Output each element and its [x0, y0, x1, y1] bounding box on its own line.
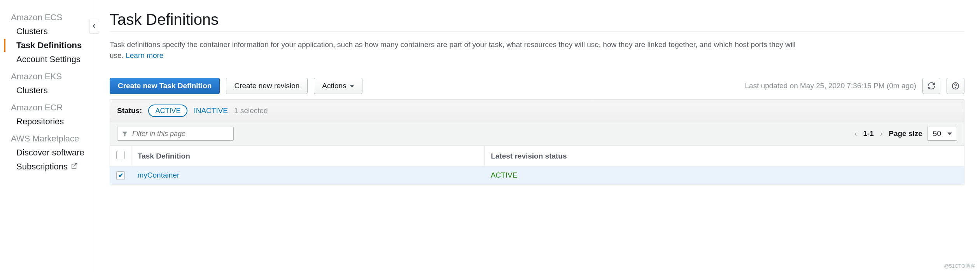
- page-divider: [110, 31, 964, 32]
- refresh-button[interactable]: [922, 78, 940, 94]
- pagination: ‹ 1-1 › Page size 50: [853, 127, 957, 141]
- learn-more-link[interactable]: Learn more: [126, 51, 163, 59]
- sidebar-item-ecs-clusters[interactable]: Clusters: [11, 25, 94, 38]
- page-description-text: Task definitions specify the container i…: [110, 40, 796, 59]
- svg-point-1: [955, 87, 956, 88]
- col-latest-revision-status[interactable]: Latest revision status: [485, 146, 964, 166]
- select-all-checkbox[interactable]: [116, 151, 125, 159]
- status-inactive-link[interactable]: INACTIVE: [194, 106, 228, 115]
- page-size-value: 50: [933, 129, 941, 138]
- help-icon: [951, 82, 960, 90]
- sidebar-item-task-definitions[interactable]: Task Definitions: [4, 39, 94, 52]
- sidebar: Amazon ECS Clusters Task Definitions Acc…: [0, 0, 94, 272]
- sidebar-item-account-settings[interactable]: Account Settings: [11, 53, 94, 66]
- sidebar-item-label: Task Definitions: [16, 40, 82, 51]
- external-link-icon: [71, 162, 78, 172]
- refresh-icon: [927, 82, 936, 90]
- page-size-label: Page size: [889, 129, 922, 138]
- page-size-select[interactable]: 50: [927, 127, 957, 141]
- status-label: Status:: [117, 106, 142, 115]
- filter-input[interactable]: [131, 129, 229, 138]
- watermark: @51CTO博客: [944, 263, 975, 270]
- sidebar-item-discover-software[interactable]: Discover software: [11, 146, 94, 159]
- sidebar-item-label: Discover software: [16, 148, 84, 158]
- caret-down-icon: [350, 85, 354, 87]
- sidebar-item-label: Subscriptions: [16, 162, 68, 172]
- table-row[interactable]: myContainer ACTIVE: [110, 166, 964, 185]
- sidebar-item-eks-clusters[interactable]: Clusters: [11, 84, 94, 97]
- filter-box[interactable]: [117, 127, 234, 141]
- sidebar-item-label: Account Settings: [16, 54, 80, 65]
- page-prev[interactable]: ‹: [853, 129, 858, 138]
- help-button[interactable]: [947, 78, 964, 94]
- list-panel: Status: ACTIVE INACTIVE 1 selected ‹ 1-1…: [110, 99, 964, 185]
- main-content: Task Definitions Task definitions specif…: [94, 0, 980, 272]
- filter-row: ‹ 1-1 › Page size 50: [110, 122, 964, 146]
- selected-count: 1 selected: [234, 106, 268, 115]
- sidebar-section-ecs: Amazon ECS: [11, 12, 94, 23]
- filter-icon: [121, 130, 128, 137]
- create-revision-button[interactable]: Create new revision: [226, 78, 308, 94]
- status-badge: ACTIVE: [491, 171, 518, 179]
- page-description: Task definitions specify the container i…: [110, 39, 810, 61]
- task-definitions-table: Task Definition Latest revision status m…: [110, 146, 964, 185]
- sidebar-section-ecr: Amazon ECR: [11, 103, 94, 113]
- sidebar-collapse-handle[interactable]: [89, 19, 99, 33]
- sidebar-item-repositories[interactable]: Repositories: [11, 115, 94, 128]
- toolbar: Create new Task Definition Create new re…: [110, 78, 964, 94]
- task-definition-name-link[interactable]: myContainer: [138, 171, 180, 179]
- row-checkbox[interactable]: [116, 171, 125, 180]
- create-task-definition-button[interactable]: Create new Task Definition: [110, 78, 220, 94]
- sidebar-section-eks: Amazon EKS: [11, 71, 94, 82]
- actions-label: Actions: [322, 82, 346, 90]
- col-checkbox: [110, 146, 131, 166]
- sidebar-section-marketplace: AWS Marketplace: [11, 134, 94, 144]
- col-task-definition[interactable]: Task Definition: [131, 146, 485, 166]
- status-filter-row: Status: ACTIVE INACTIVE 1 selected: [110, 100, 964, 122]
- sidebar-item-label: Clusters: [16, 85, 48, 96]
- sidebar-item-subscriptions[interactable]: Subscriptions: [11, 160, 94, 173]
- sidebar-item-label: Repositories: [16, 117, 64, 127]
- page-title: Task Definitions: [110, 11, 964, 28]
- page-next[interactable]: ›: [878, 129, 884, 138]
- caret-down-icon: [947, 133, 952, 135]
- status-active-pill[interactable]: ACTIVE: [148, 105, 187, 117]
- last-updated-text: Last updated on May 25, 2020 7:36:15 PM …: [745, 82, 916, 90]
- page-range: 1-1: [863, 129, 873, 138]
- sidebar-item-label: Clusters: [16, 26, 48, 37]
- actions-dropdown[interactable]: Actions: [314, 78, 362, 94]
